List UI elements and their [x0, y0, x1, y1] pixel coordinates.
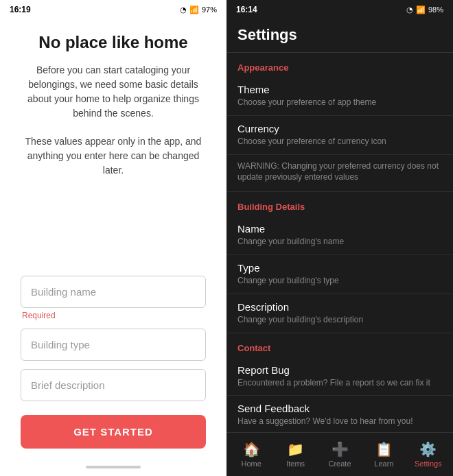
create-icon: ➕	[332, 441, 349, 457]
battery-left: 97%	[202, 5, 217, 14]
required-label: Required	[21, 311, 206, 320]
building-type-subtitle: Change your building's type	[237, 275, 442, 287]
report-bug-title: Report Bug	[237, 364, 442, 376]
time-left: 16:19	[10, 5, 31, 14]
settings-item-description[interactable]: Description Change your building's descr…	[226, 294, 453, 333]
settings-item-send-feedback[interactable]: Send Feedback Have a suggestion? We'd lo…	[226, 396, 453, 432]
building-name-wrapper: Required	[21, 276, 206, 320]
status-bar-right: 16:14 ◔ 📶 98%	[226, 0, 453, 19]
building-desc-title: Description	[237, 301, 442, 313]
settings-title: Settings	[237, 26, 297, 43]
main-title: No place like home	[38, 33, 187, 52]
brief-description-wrapper	[21, 369, 206, 401]
theme-subtitle: Choose your preference of app theme	[237, 97, 442, 108]
send-feedback-title: Send Feedback	[237, 403, 442, 414]
input-group: Required GET STARTED	[21, 276, 206, 449]
nav-learn[interactable]: 📋 Learn	[362, 441, 406, 468]
settings-item-theme[interactable]: Theme Choose your preference of app them…	[226, 77, 453, 116]
nav-create-label: Create	[329, 460, 351, 468]
nav-home-label: Home	[242, 460, 262, 468]
get-started-button[interactable]: GET STARTED	[21, 415, 206, 449]
signal-icon-right: ◔	[406, 5, 413, 14]
currency-warning: WARNING: Changing your preferred currenc…	[226, 155, 453, 193]
warning-text: WARNING: Changing your preferred currenc…	[237, 160, 442, 184]
settings-item-type[interactable]: Type Change your building's type	[226, 255, 453, 294]
bottom-nav: 🏠 Home 📁 Items ➕ Create 📋 Learn ⚙️ Setti…	[226, 432, 453, 476]
settings-item-currency[interactable]: Currency Choose your preference of curre…	[226, 116, 453, 155]
bottom-bar-left	[0, 462, 226, 476]
send-feedback-subtitle: Have a suggestion? We'd love to hear fro…	[237, 416, 442, 427]
nav-settings[interactable]: ⚙️ Settings	[406, 441, 450, 468]
time-right: 16:14	[236, 5, 257, 14]
wifi-icon-right: 📶	[416, 5, 426, 14]
learn-icon: 📋	[375, 441, 393, 457]
building-name-subtitle: Change your building's name	[237, 236, 442, 248]
nav-learn-label: Learn	[374, 460, 393, 468]
building-type-title: Type	[237, 262, 442, 274]
nav-items[interactable]: 📁 Items	[273, 441, 317, 468]
building-name-title: Name	[237, 223, 442, 235]
home-icon: 🏠	[243, 441, 260, 457]
brief-description-input[interactable]	[21, 369, 206, 401]
report-bug-subtitle: Encountered a problem? File a report so …	[237, 377, 442, 389]
settings-item-report-bug[interactable]: Report Bug Encountered a problem? File a…	[226, 357, 453, 396]
building-name-input[interactable]	[21, 276, 206, 308]
status-icons-left: ◔ 📶 97%	[180, 5, 217, 14]
left-panel: 16:19 ◔ 📶 97% No place like home Before …	[0, 0, 226, 476]
section-appearance: Appearance	[226, 53, 453, 77]
info-text: These values appear only in the app, and…	[21, 134, 206, 178]
building-type-wrapper	[21, 329, 206, 361]
subtitle: Before you can start cataloging your bel…	[21, 63, 206, 121]
nav-create[interactable]: ➕ Create	[318, 441, 362, 468]
signal-icon: ◔	[180, 5, 187, 14]
section-building-details: Building Details	[226, 192, 453, 216]
home-indicator	[86, 466, 141, 468]
settings-content: Appearance Theme Choose your preference …	[226, 53, 453, 432]
wifi-icon: 📶	[189, 5, 199, 14]
left-content: No place like home Before you can start …	[0, 19, 226, 462]
building-type-input[interactable]	[21, 329, 206, 361]
items-icon: 📁	[287, 441, 304, 457]
section-contact: Contact	[226, 333, 453, 357]
currency-title: Currency	[237, 123, 442, 134]
nav-home[interactable]: 🏠 Home	[229, 441, 273, 468]
nav-settings-label: Settings	[415, 460, 442, 468]
settings-icon: ⚙️	[419, 441, 437, 457]
settings-item-name[interactable]: Name Change your building's name	[226, 216, 453, 255]
right-panel: 16:14 ◔ 📶 98% Settings Appearance Theme …	[226, 0, 453, 476]
battery-right: 98%	[428, 5, 443, 14]
settings-header: Settings	[226, 19, 453, 53]
currency-subtitle: Choose your preference of currency icon	[237, 136, 442, 147]
theme-title: Theme	[237, 84, 442, 95]
nav-items-label: Items	[286, 460, 305, 468]
status-bar-left: 16:19 ◔ 📶 97%	[0, 0, 226, 19]
building-desc-subtitle: Change your building's description	[237, 314, 442, 326]
status-icons-right: ◔ 📶 98%	[406, 5, 443, 14]
